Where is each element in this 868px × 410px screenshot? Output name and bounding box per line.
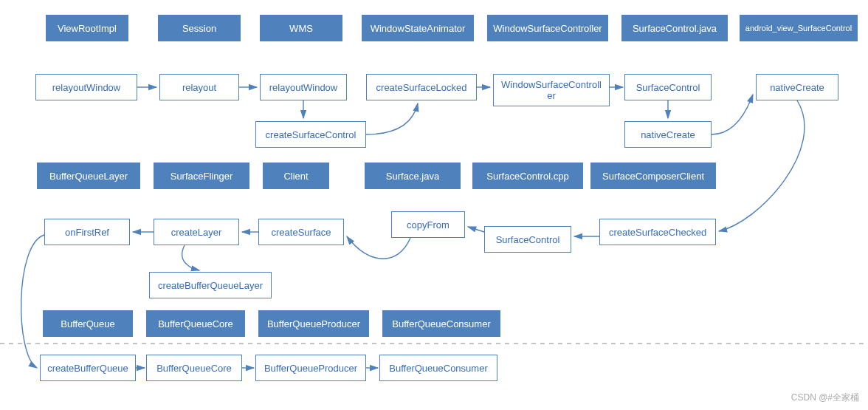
header-windowsurfacecontroller: WindowSurfaceController: [487, 15, 608, 41]
header-session: Session: [158, 15, 241, 41]
box-relayout: relayout: [159, 74, 239, 100]
header-surfaceflinger: SurfaceFlinger: [154, 163, 249, 189]
diagram-canvas: ViewRootImpl Session WMS WindowStateAnim…: [0, 0, 868, 410]
box-createsurfacelocked: createSurfaceLocked: [366, 74, 477, 100]
header-surface-java: Surface.java: [365, 163, 461, 189]
box-relayoutwindow-2: relayoutWindow: [260, 74, 347, 100]
header-bufferqueuelayer: BufferQueueLayer: [37, 163, 140, 189]
box-createbufferqueue: createBufferQueue: [40, 355, 136, 381]
box-bufferqueueconsumer: BufferQueueConsumer: [379, 355, 497, 381]
header-windowstateanimator: WindowStateAnimator: [362, 15, 474, 41]
box-createsurfacechecked: createSurfaceChecked: [599, 219, 716, 245]
header-bufferqueueconsumer: BufferQueueConsumer: [382, 310, 500, 337]
box-nativecreate-2: nativeCreate: [756, 74, 838, 100]
header-viewrootimpl: ViewRootImpl: [46, 15, 128, 41]
header-android-view-surfacecontrol: android_view_SurfaceControl: [740, 15, 858, 41]
box-bufferqueueproducer: BufferQueueProducer: [255, 355, 366, 381]
box-onfirstref: onFirstRef: [44, 219, 130, 245]
svg-line-7: [468, 227, 484, 232]
header-surfacecomposerclient: SurfaceComposerClient: [590, 163, 716, 189]
header-bufferqueuecore: BufferQueueCore: [146, 310, 245, 337]
box-windowsurfacecontroller: WindowSurfaceControll er: [493, 74, 610, 106]
box-copyfrom: copyFrom: [391, 211, 465, 238]
box-surfacecontrol-2: SurfaceControl: [484, 226, 571, 253]
arrows-layer: [0, 0, 868, 410]
header-wms: WMS: [260, 15, 342, 41]
header-bufferqueueproducer: BufferQueueProducer: [258, 310, 369, 337]
box-createlayer: createLayer: [154, 219, 239, 245]
box-nativecreate-1: nativeCreate: [624, 121, 712, 148]
box-createsurface: createSurface: [258, 219, 344, 245]
box-bufferqueuecore: BufferQueueCore: [146, 355, 242, 381]
box-relayoutwindow-1: relayoutWindow: [35, 74, 137, 100]
header-client: Client: [263, 163, 329, 189]
box-surfacecontrol-1: SurfaceControl: [624, 74, 712, 100]
header-surfacecontrol-cpp: SurfaceControl.cpp: [472, 163, 583, 189]
header-surfacecontrol-java: SurfaceControl.java: [621, 15, 728, 41]
watermark: CSDN @#全家桶: [791, 392, 859, 404]
box-createbufferqueuelayer: createBufferQueueLayer: [149, 272, 272, 298]
box-createsurfacecontrol: createSurfaceControl: [255, 121, 366, 148]
header-bufferqueue: BufferQueue: [43, 310, 133, 337]
